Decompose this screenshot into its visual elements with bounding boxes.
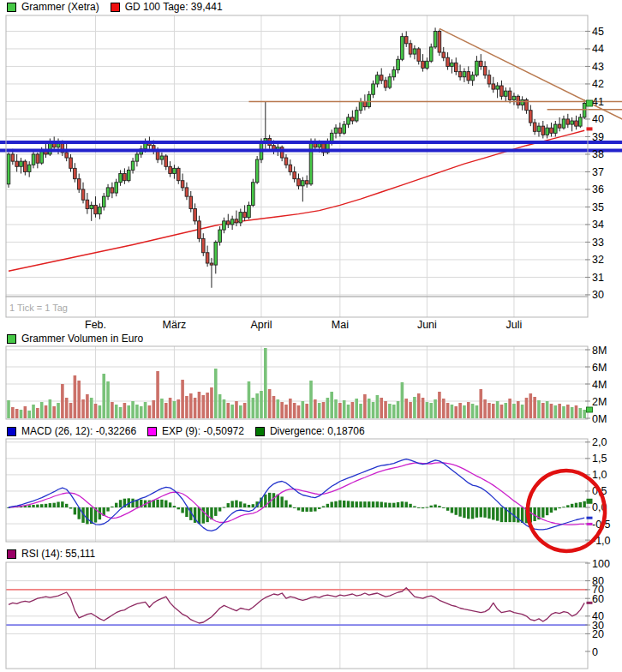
svg-text:31: 31 (592, 272, 604, 284)
ma100-legend-item: GD 100 Tage: 39,441 (111, 1, 223, 13)
svg-text:45: 45 (592, 26, 604, 38)
svg-text:Mai: Mai (332, 319, 349, 331)
volume-swatch-icon (7, 334, 16, 344)
svg-text:100: 100 (592, 558, 610, 570)
svg-text:33: 33 (592, 237, 604, 249)
svg-text:35: 35 (592, 201, 604, 213)
svg-text:36: 36 (592, 183, 604, 195)
exp-legend-item: EXP (9): -0,50972 (147, 425, 244, 437)
price-series-legend-item: Grammer (Xetra) (7, 1, 99, 13)
price-series-label: Grammer (Xetra) (21, 1, 99, 13)
svg-text:20: 20 (592, 628, 604, 640)
stock-chart-page: Grammer (Xetra) GD 100 Tage: 39,441 1 Ti… (0, 0, 622, 672)
svg-text:2M: 2M (592, 396, 607, 408)
svg-text:Juli: Juli (506, 319, 523, 331)
divergence-legend-item: Divergence: 0,18706 (255, 425, 365, 437)
svg-text:1,5: 1,5 (592, 453, 607, 465)
ma100-label: GD 100 Tage: 39,441 (125, 1, 223, 13)
price-panel: 45444342414039383736353433323130Feb.März… (0, 15, 622, 331)
volume-panel: 8M6M4M2M0M (6, 345, 607, 425)
svg-text:März: März (163, 319, 187, 331)
svg-text:60: 60 (592, 593, 604, 605)
rsi-panel: 1008070604030200 (6, 558, 610, 669)
svg-text:0: 0 (592, 646, 598, 658)
svg-text:42: 42 (592, 78, 604, 90)
tick-resolution-note: 1 Tick = 1 Tag (9, 303, 68, 313)
svg-text:41: 41 (592, 96, 604, 108)
svg-text:43: 43 (592, 61, 604, 73)
exp-swatch-icon (147, 427, 157, 436)
svg-text:2,0: 2,0 (592, 436, 607, 448)
svg-text:40: 40 (592, 113, 604, 125)
rsi-value-label: RSI (14): 55,111 (21, 548, 95, 560)
volume-legend: Grammer Volumen in Euro (7, 333, 143, 345)
exp-value-label: EXP (9): -0,50972 (162, 425, 244, 437)
svg-text:44: 44 (592, 43, 604, 55)
svg-text:1,0: 1,0 (592, 469, 607, 481)
price-series-swatch-icon (7, 3, 16, 12)
rsi-legend-item: RSI (14): 55,111 (7, 548, 95, 560)
divergence-value-label: Divergence: 0,18706 (270, 425, 365, 437)
volume-legend-item: Grammer Volumen in Euro (7, 333, 143, 345)
macd-line-legend-item: MACD (26, 12): -0,32266 (7, 425, 136, 437)
rsi-swatch-icon (7, 549, 16, 559)
svg-text:37: 37 (592, 166, 604, 178)
ma100-swatch-icon (111, 3, 120, 12)
macd-value-label: MACD (26, 12): -0,32266 (21, 425, 136, 437)
svg-text:4M: 4M (592, 379, 607, 391)
svg-text:8M: 8M (592, 345, 607, 357)
svg-text:30: 30 (592, 289, 604, 301)
svg-text:38: 38 (592, 148, 604, 160)
macd-panel: 2,01,51,00,50,0-0,5-1,0 (6, 436, 611, 546)
svg-text:6M: 6M (592, 362, 607, 374)
svg-text:April: April (250, 319, 272, 331)
price-legend: Grammer (Xetra) GD 100 Tage: 39,441 (7, 1, 223, 13)
rsi-legend: RSI (14): 55,111 (7, 548, 95, 560)
svg-text:Feb.: Feb. (85, 319, 106, 331)
svg-text:39: 39 (592, 131, 604, 143)
volume-label: Grammer Volumen in Euro (21, 333, 143, 345)
divergence-swatch-icon (255, 427, 265, 436)
svg-text:34: 34 (592, 219, 604, 231)
svg-text:Juni: Juni (417, 319, 437, 331)
macd-legend: MACD (26, 12): -0,32266 EXP (9): -0,5097… (7, 425, 365, 437)
svg-text:0M: 0M (592, 413, 607, 425)
macd-swatch-icon (7, 427, 16, 436)
svg-text:32: 32 (592, 254, 604, 266)
